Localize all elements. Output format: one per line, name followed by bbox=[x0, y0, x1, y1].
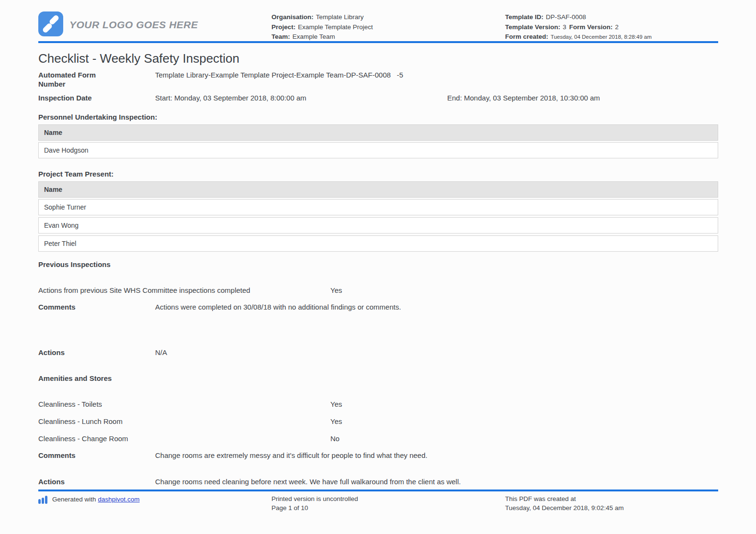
project-label: Project: bbox=[271, 23, 295, 31]
footer-generated: Generated withdashpivot.com bbox=[38, 494, 271, 512]
form-created-row: Form created:Tuesday, 04 December 2018, … bbox=[505, 32, 718, 42]
template-version-label: Template Version: bbox=[505, 23, 560, 31]
actions-value: Change rooms need cleaning before next w… bbox=[155, 477, 718, 486]
checklist-item-label: Cleanliness - Lunch Room bbox=[38, 417, 330, 426]
personnel-table-header: Name bbox=[38, 124, 718, 141]
organisation-label: Organisation: bbox=[271, 13, 314, 21]
header: YOUR LOGO GOES HERE Organisation:Templat… bbox=[0, 0, 756, 41]
personnel-column-header: Name bbox=[44, 129, 62, 136]
amenities-actions-row: Actions Change rooms need cleaning befor… bbox=[38, 477, 718, 486]
checklist-item-label: Cleanliness - Change Room bbox=[38, 434, 330, 443]
table-row: Evan Wong bbox=[38, 217, 718, 234]
team-member-name: Peter Thiel bbox=[44, 240, 76, 247]
previous-actions-row: Actions N/A bbox=[38, 348, 718, 357]
personnel-heading: Personnel Undertaking Inspection: bbox=[38, 113, 718, 122]
generated-prefix: Generated with bbox=[52, 496, 96, 503]
actions-label: Actions bbox=[38, 348, 155, 357]
inspection-date-label: Inspection Date bbox=[38, 93, 155, 102]
question-answer: Yes bbox=[330, 286, 718, 295]
previous-inspections-heading: Previous Inspections bbox=[38, 260, 718, 269]
inspection-start-value: Start: Monday, 03 September 2018, 8:00:0… bbox=[155, 93, 447, 102]
project-row: Project:Example Template Project bbox=[271, 22, 505, 33]
template-id-label: Template ID: bbox=[505, 13, 543, 21]
document-page: YOUR LOGO GOES HERE Organisation:Templat… bbox=[0, 0, 756, 534]
pdf-created-label: This PDF was created at bbox=[505, 494, 718, 503]
personnel-name: Dave Hodgson bbox=[44, 146, 89, 154]
team-label: Team: bbox=[271, 33, 290, 40]
template-id-row: Template ID:DP-SAF-0008 bbox=[505, 12, 718, 22]
generated-with-text: Generated withdashpivot.com bbox=[52, 494, 140, 504]
inspection-end-value: End: Monday, 03 September 2018, 10:30:00… bbox=[447, 93, 718, 102]
project-team-table: Name Sophie Turner Evan Wong Peter Thiel bbox=[38, 181, 718, 252]
personnel-table: Name Dave Hodgson bbox=[38, 124, 718, 158]
pdf-created-timestamp: Tuesday, 04 December 2018, 9:02:45 am bbox=[505, 503, 718, 512]
automated-form-number-label: Automated Form Number bbox=[38, 70, 155, 89]
organisation-value: Template Library bbox=[316, 13, 364, 21]
dashpivot-link[interactable]: dashpivot.com bbox=[98, 496, 140, 503]
form-created-value: Tuesday, 04 December 2018, 8:28:49 am bbox=[551, 34, 652, 40]
bar-chart-icon bbox=[38, 496, 48, 506]
checklist-item-row: Cleanliness - Change Room No bbox=[38, 434, 718, 443]
automated-form-number-value: Template Library-Example Template Projec… bbox=[155, 70, 718, 79]
project-team-table-header: Name bbox=[38, 181, 718, 198]
comments-label: Comments bbox=[38, 302, 155, 312]
footer-right: This PDF was created at Tuesday, 04 Dece… bbox=[505, 494, 718, 512]
checklist-item-row: Cleanliness - Lunch Room Yes bbox=[38, 417, 718, 426]
comments-value: Change rooms are extremely messy and it'… bbox=[155, 451, 718, 460]
header-meta-left: Organisation:Template Library Project:Ex… bbox=[271, 11, 505, 42]
header-meta-right: Template ID:DP-SAF-0008 Template Version… bbox=[505, 11, 718, 42]
amenities-heading: Amenities and Stores bbox=[38, 374, 718, 383]
project-value: Example Template Project bbox=[298, 23, 373, 31]
team-value: Example Team bbox=[293, 33, 335, 40]
actions-value: N/A bbox=[155, 348, 718, 357]
question-text: Actions from previous Site WHS Committee… bbox=[38, 286, 330, 295]
form-created-label: Form created: bbox=[505, 33, 548, 40]
form-version-label: Form Version: bbox=[569, 23, 613, 31]
comments-value: Actions were completed on 30/08/18 with … bbox=[155, 302, 718, 312]
organisation-row: Organisation:Template Library bbox=[271, 12, 505, 22]
checklist-item-answer: No bbox=[330, 434, 718, 443]
table-row: Dave Hodgson bbox=[38, 142, 718, 158]
checklist-item-row: Cleanliness - Toilets Yes bbox=[38, 400, 718, 409]
logo-placeholder-text: YOUR LOGO GOES HERE bbox=[69, 19, 198, 31]
table-row: Sophie Turner bbox=[38, 199, 718, 215]
comments-label: Comments bbox=[38, 451, 155, 460]
team-member-name: Sophie Turner bbox=[44, 203, 86, 211]
footer-content: Generated withdashpivot.com Printed vers… bbox=[0, 491, 756, 512]
footer: Generated withdashpivot.com Printed vers… bbox=[0, 490, 756, 512]
inspection-date-row: Inspection Date Start: Monday, 03 Septem… bbox=[38, 93, 718, 102]
checklist-item-answer: Yes bbox=[330, 417, 718, 426]
template-version-value: 3 bbox=[563, 23, 566, 31]
footer-center: Printed version is uncontrolled Page 1 o… bbox=[271, 494, 505, 512]
amenities-comments-row: Comments Change rooms are extremely mess… bbox=[38, 451, 718, 460]
previous-comments-row: Comments Actions were completed on 30/08… bbox=[38, 302, 718, 312]
table-row: Peter Thiel bbox=[38, 235, 718, 252]
company-logo-icon bbox=[38, 11, 63, 38]
form-body: Checklist - Weekly Safety Inspection Aut… bbox=[0, 51, 756, 486]
automated-form-number-row: Automated Form Number Template Library-E… bbox=[38, 70, 718, 89]
actions-label: Actions bbox=[38, 477, 155, 486]
project-team-heading: Project Team Present: bbox=[38, 170, 718, 178]
team-row: Team:Example Team bbox=[271, 32, 505, 42]
team-member-name: Evan Wong bbox=[44, 222, 79, 229]
uncontrolled-text: Printed version is uncontrolled bbox=[271, 494, 505, 503]
previous-inspections-question-row: Actions from previous Site WHS Committee… bbox=[38, 286, 718, 295]
page-number: Page 1 of 10 bbox=[271, 503, 505, 512]
checklist-item-label: Cleanliness - Toilets bbox=[38, 400, 330, 409]
logo-area: YOUR LOGO GOES HERE bbox=[38, 11, 271, 38]
template-id-value: DP-SAF-0008 bbox=[546, 13, 586, 21]
form-version-value: 2 bbox=[615, 23, 619, 31]
project-team-column-header: Name bbox=[44, 186, 62, 193]
version-row: Template Version:3Form Version:2 bbox=[505, 22, 718, 33]
checklist-item-answer: Yes bbox=[330, 400, 718, 409]
page-title: Checklist - Weekly Safety Inspection bbox=[38, 51, 718, 66]
